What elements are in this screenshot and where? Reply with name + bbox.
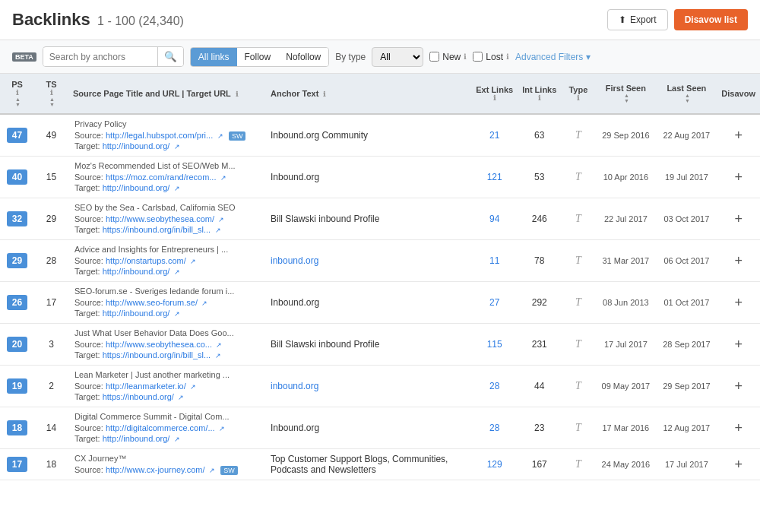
disavow-plus-button[interactable]: + [734,170,743,184]
anchor-cell: Inbound.org [266,282,471,324]
filter-nofollow[interactable]: Nofollow [278,48,328,66]
disavow-plus-button[interactable]: + [734,421,743,435]
source-link[interactable]: http://onstartups.com/ [106,256,186,265]
ts-cell: 18 [34,449,68,480]
target-link[interactable]: http://inbound.org/ [103,434,170,443]
type-icon: T [575,129,581,141]
lost-checkbox-label[interactable]: Lost ℹ [473,52,509,62]
new-info-icon: ℹ [464,52,467,61]
source-url-line: Source: http://www.seobythesea.co... ↗ [74,339,261,350]
target-link[interactable]: http://inbound.org/ [103,309,170,318]
external-link-icon: ↗ [209,467,215,474]
target-link[interactable]: http://inbound.org/ [103,141,170,150]
target-url-line: Target: http://inbound.org/ ↗ [74,141,261,151]
col-header-source: Source Page Title and URL | Target URL ℹ [68,74,266,114]
page-wrapper: Backlinks 1 - 100 (24,340) ⬆ Export Disa… [0,0,760,480]
source-title: Just What User Behavior Data Does Goo... [74,328,261,337]
first-seen-cell: 29 Sep 2016 [595,114,656,157]
last-seen-cell: 28 Sep 2017 [656,324,717,366]
ext-links-cell: 11 [471,240,518,282]
page-header: Backlinks 1 - 100 (24,340) ⬆ Export Disa… [0,0,760,40]
disavow-plus-button[interactable]: + [734,337,743,351]
disavow-plus-button[interactable]: + [734,296,743,309]
export-button[interactable]: ⬆ Export [607,9,668,30]
info-icon: ℹ [50,89,52,97]
target-link[interactable]: http://inbound.org/ [103,267,170,276]
type-select[interactable]: All Text Image Form [372,47,423,67]
ps-cell: 47 [0,114,34,157]
source-link[interactable]: http://www.seobythesea.com/ [106,214,214,223]
disavow-cell[interactable]: + [717,198,760,240]
disavow-cell[interactable]: + [717,157,760,198]
ps-cell: 19 [0,366,34,407]
ts-cell: 49 [34,114,68,157]
col-header-ts[interactable]: TS ℹ ▲▼ [34,74,68,114]
filter-follow[interactable]: Follow [237,48,279,66]
source-link[interactable]: http://digitalcommerce.com/... [106,423,215,432]
source-url-line: Source: http://leanmarketer.io/ ↗ [74,381,261,391]
target-link[interactable]: http://inbound.org/ [103,183,170,192]
source-cell: SEO-forum.se - Sveriges ledande forum i.… [68,282,266,324]
col-header-last-seen[interactable]: Last Seen ▲▼ [656,74,717,114]
int-links-cell: 292 [518,282,561,324]
source-link[interactable]: http://leanmarketer.io/ [106,382,186,391]
disavow-cell[interactable]: + [717,407,760,449]
table-row: 1718 CX Journey™ Source: http://www.cx-j… [0,449,760,480]
table-row: 3229 SEO by the Sea - Carlsbad, Californ… [0,198,760,240]
type-icon: T [575,422,581,433]
target-link-icon: ↗ [174,435,180,443]
disavow-plus-button[interactable]: + [734,458,743,471]
type-icon: T [575,380,581,391]
disavow-cell[interactable]: + [717,240,760,282]
target-link[interactable]: https://inbound.org/in/bill_sl... [103,350,211,359]
disavow-plus-button[interactable]: + [734,254,743,268]
source-link[interactable]: http://www.seobythesea.co... [106,340,212,349]
last-seen-cell: 17 Jul 2017 [656,449,717,480]
anchor-cell: inbound.org [266,240,471,282]
disavow-plus-button[interactable]: + [734,212,743,226]
ext-links-cell: 94 [471,198,518,240]
source-cell: Privacy Policy Source: http://legal.hubs… [68,114,266,157]
advanced-filters-link[interactable]: Advanced Filters ▾ [515,52,591,62]
table-row: 2928 Advice and Insights for Entrepreneu… [0,240,760,282]
search-button[interactable]: 🔍 [157,47,183,66]
col-header-ps[interactable]: PS ℹ ▲▼ [0,74,34,114]
new-checkbox[interactable] [429,52,439,62]
header-actions: ⬆ Export Disavow list [607,9,748,30]
col-header-first-seen[interactable]: First Seen ▲▼ [595,74,656,114]
first-seen-cell: 08 Jun 2013 [595,282,656,324]
source-cell: SEO by the Sea - Carlsbad, California SE… [68,198,266,240]
int-links-cell: 246 [518,198,561,240]
new-checkbox-label[interactable]: New ℹ [429,52,467,62]
info-icon: ℹ [493,94,496,102]
disavow-button[interactable]: Disavow list [674,9,748,30]
type-icon: T [575,296,581,308]
last-seen-cell: 19 Jul 2017 [656,157,717,198]
last-seen-cell: 03 Oct 2017 [656,198,717,240]
target-link[interactable]: https://inbound.org/ [103,392,174,401]
external-link-icon: ↗ [190,258,196,265]
type-cell: T [561,324,595,366]
type-cell: T [561,407,595,449]
disavow-cell[interactable]: + [717,324,760,366]
source-link[interactable]: http://www.cx-journey.com/ [106,465,205,474]
disavow-plus-button[interactable]: + [734,379,743,393]
target-link[interactable]: https://inbound.org/in/bill_sl... [103,225,211,234]
source-link[interactable]: http://www.seo-forum.se/ [106,298,198,307]
search-input[interactable] [43,48,157,66]
source-link[interactable]: http://legal.hubspot.com/pri... [106,131,213,140]
disavow-cell[interactable]: + [717,449,760,480]
source-link[interactable]: https://moz.com/rand/recom... [106,173,217,182]
disavow-cell[interactable]: + [717,366,760,407]
ts-cell: 3 [34,324,68,366]
lost-checkbox[interactable] [473,52,483,62]
link-type-filter: All links Follow Nofollow [190,47,329,67]
ps-cell: 18 [0,407,34,449]
disavow-plus-button[interactable]: + [734,128,743,142]
disavow-cell[interactable]: + [717,114,760,157]
source-cell: Lean Marketer | Just another marketing .… [68,366,266,407]
type-cell: T [561,198,595,240]
external-link-icon: ↗ [217,132,223,140]
disavow-cell[interactable]: + [717,282,760,324]
filter-all-links[interactable]: All links [191,48,237,66]
